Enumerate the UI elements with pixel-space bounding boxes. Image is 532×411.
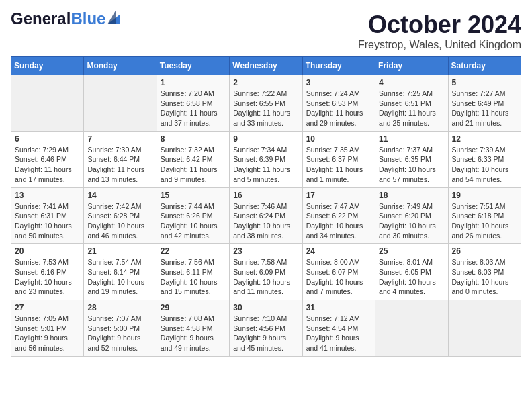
sunrise-text: Sunrise: 7:25 AM <box>379 89 444 99</box>
day-number: 17 <box>306 191 371 200</box>
day-info: Sunrise: 7:10 AMSunset: 4:56 PMDaylight:… <box>233 314 298 353</box>
day-info: Sunrise: 7:39 AMSunset: 6:33 PMDaylight:… <box>452 145 517 185</box>
day-of-week-thursday: Thursday <box>302 57 375 75</box>
day-info: Sunrise: 7:46 AMSunset: 6:24 PMDaylight:… <box>233 201 298 241</box>
day-info: Sunrise: 8:00 AMSunset: 6:07 PMDaylight:… <box>306 257 371 297</box>
calendar-cell: 14Sunrise: 7:42 AMSunset: 6:28 PMDayligh… <box>84 187 157 244</box>
calendar-cell: 29Sunrise: 7:08 AMSunset: 4:58 PMDayligh… <box>157 300 229 357</box>
sunrise-text: Sunrise: 7:20 AM <box>161 89 226 99</box>
day-info: Sunrise: 7:32 AMSunset: 6:42 PMDaylight:… <box>161 145 226 185</box>
daylight-text: Daylight: 10 hours and 34 minutes. <box>306 221 371 240</box>
calendar-cell: 10Sunrise: 7:35 AMSunset: 6:37 PMDayligh… <box>302 131 375 187</box>
daylight-text: Daylight: 9 hours and 41 minutes. <box>306 333 371 353</box>
day-number: 26 <box>452 246 517 256</box>
sunset-text: Sunset: 6:11 PM <box>161 267 226 277</box>
day-number: 27 <box>15 303 80 312</box>
day-info: Sunrise: 7:51 AMSunset: 6:18 PMDaylight:… <box>452 201 517 241</box>
daylight-text: Daylight: 11 hours and 25 minutes. <box>379 108 444 128</box>
sunrise-text: Sunrise: 7:49 AM <box>379 201 444 212</box>
day-of-week-wednesday: Wednesday <box>230 57 302 75</box>
day-info: Sunrise: 7:08 AMSunset: 4:58 PMDaylight:… <box>161 314 226 353</box>
calendar-cell: 7Sunrise: 7:30 AMSunset: 6:44 PMDaylight… <box>84 131 157 187</box>
sunrise-text: Sunrise: 8:00 AM <box>306 257 371 267</box>
daylight-text: Daylight: 11 hours and 21 minutes. <box>452 108 517 128</box>
day-number: 7 <box>87 134 152 144</box>
sunset-text: Sunset: 6:18 PM <box>452 211 517 221</box>
calendar-cell: 31Sunrise: 7:12 AMSunset: 4:54 PMDayligh… <box>302 300 375 357</box>
sunset-text: Sunset: 6:05 PM <box>379 267 444 277</box>
month-title: October 2024 <box>358 11 521 39</box>
daylight-text: Daylight: 9 hours and 45 minutes. <box>233 333 298 353</box>
sunrise-text: Sunrise: 7:51 AM <box>452 201 517 212</box>
day-number: 21 <box>87 246 152 256</box>
daylight-text: Daylight: 11 hours and 17 minutes. <box>15 165 80 184</box>
day-number: 29 <box>161 303 226 312</box>
calendar-cell: 9Sunrise: 7:34 AMSunset: 6:39 PMDaylight… <box>230 131 302 187</box>
daylight-text: Daylight: 10 hours and 23 minutes. <box>15 277 80 297</box>
day-number: 28 <box>87 303 152 312</box>
calendar-cell: 13Sunrise: 7:41 AMSunset: 6:31 PMDayligh… <box>11 187 84 244</box>
calendar-week-row: 27Sunrise: 7:05 AMSunset: 5:01 PMDayligh… <box>11 300 521 357</box>
daylight-text: Daylight: 10 hours and 15 minutes. <box>161 277 226 297</box>
day-number: 8 <box>161 134 226 144</box>
sunrise-text: Sunrise: 7:44 AM <box>161 201 226 212</box>
day-info: Sunrise: 7:58 AMSunset: 6:09 PMDaylight:… <box>233 257 298 297</box>
sunrise-text: Sunrise: 7:30 AM <box>87 145 152 155</box>
calendar-cell: 18Sunrise: 7:49 AMSunset: 6:20 PMDayligh… <box>375 187 448 244</box>
sunrise-text: Sunrise: 7:07 AM <box>87 314 152 324</box>
day-number: 18 <box>379 191 444 200</box>
sunrise-text: Sunrise: 7:41 AM <box>15 201 80 212</box>
calendar-cell: 24Sunrise: 8:00 AMSunset: 6:07 PMDayligh… <box>302 244 375 300</box>
calendar-cell <box>375 300 448 357</box>
day-info: Sunrise: 7:29 AMSunset: 6:46 PMDaylight:… <box>15 145 80 185</box>
day-info: Sunrise: 8:03 AMSunset: 6:03 PMDaylight:… <box>452 257 517 297</box>
svg-marker-1 <box>107 11 116 24</box>
day-number: 2 <box>233 78 298 87</box>
day-info: Sunrise: 7:12 AMSunset: 4:54 PMDaylight:… <box>306 314 371 353</box>
sunrise-text: Sunrise: 8:03 AM <box>452 257 517 267</box>
calendar-header-row: SundayMondayTuesdayWednesdayThursdayFrid… <box>11 57 521 75</box>
calendar-cell: 27Sunrise: 7:05 AMSunset: 5:01 PMDayligh… <box>11 300 84 357</box>
daylight-text: Daylight: 10 hours and 57 minutes. <box>379 165 444 184</box>
calendar-cell: 8Sunrise: 7:32 AMSunset: 6:42 PMDaylight… <box>157 131 229 187</box>
sunrise-text: Sunrise: 8:01 AM <box>379 257 444 267</box>
day-info: Sunrise: 7:27 AMSunset: 6:49 PMDaylight:… <box>452 89 517 128</box>
sunset-text: Sunset: 4:54 PM <box>306 324 371 334</box>
sunrise-text: Sunrise: 7:08 AM <box>161 314 226 324</box>
calendar-cell: 19Sunrise: 7:51 AMSunset: 6:18 PMDayligh… <box>448 187 521 244</box>
day-number: 13 <box>15 191 80 200</box>
sunset-text: Sunset: 6:20 PM <box>379 211 444 221</box>
calendar-cell <box>11 75 84 132</box>
calendar-week-row: 13Sunrise: 7:41 AMSunset: 6:31 PMDayligh… <box>11 187 521 244</box>
day-of-week-monday: Monday <box>84 57 157 75</box>
sunset-text: Sunset: 6:51 PM <box>379 99 444 109</box>
daylight-text: Daylight: 11 hours and 29 minutes. <box>306 108 371 128</box>
sunset-text: Sunset: 4:56 PM <box>233 324 298 334</box>
sunrise-text: Sunrise: 7:29 AM <box>15 145 80 155</box>
calendar-week-row: 1Sunrise: 7:20 AMSunset: 6:58 PMDaylight… <box>11 75 521 132</box>
sunset-text: Sunset: 6:39 PM <box>233 154 298 165</box>
sunrise-text: Sunrise: 7:27 AM <box>452 89 517 99</box>
calendar-cell: 2Sunrise: 7:22 AMSunset: 6:55 PMDaylight… <box>230 75 302 132</box>
sunset-text: Sunset: 6:37 PM <box>306 154 371 165</box>
sunset-text: Sunset: 5:01 PM <box>15 324 80 334</box>
day-info: Sunrise: 7:25 AMSunset: 6:51 PMDaylight:… <box>379 89 444 128</box>
day-info: Sunrise: 7:20 AMSunset: 6:58 PMDaylight:… <box>161 89 226 128</box>
daylight-text: Daylight: 10 hours and 54 minutes. <box>452 165 517 184</box>
sunrise-text: Sunrise: 7:56 AM <box>161 257 226 267</box>
calendar-cell: 30Sunrise: 7:10 AMSunset: 4:56 PMDayligh… <box>230 300 302 357</box>
sunrise-text: Sunrise: 7:46 AM <box>233 201 298 212</box>
day-number: 15 <box>161 191 226 200</box>
sunset-text: Sunset: 6:35 PM <box>379 154 444 165</box>
day-info: Sunrise: 7:05 AMSunset: 5:01 PMDaylight:… <box>15 314 80 353</box>
day-info: Sunrise: 7:53 AMSunset: 6:16 PMDaylight:… <box>15 257 80 297</box>
day-info: Sunrise: 7:41 AMSunset: 6:31 PMDaylight:… <box>15 201 80 241</box>
day-of-week-saturday: Saturday <box>448 57 521 75</box>
calendar-cell: 3Sunrise: 7:24 AMSunset: 6:53 PMDaylight… <box>302 75 375 132</box>
daylight-text: Daylight: 11 hours and 37 minutes. <box>161 108 226 128</box>
calendar-cell: 6Sunrise: 7:29 AMSunset: 6:46 PMDaylight… <box>11 131 84 187</box>
sunset-text: Sunset: 6:07 PM <box>306 267 371 277</box>
calendar-cell: 28Sunrise: 7:07 AMSunset: 5:00 PMDayligh… <box>84 300 157 357</box>
daylight-text: Daylight: 10 hours and 42 minutes. <box>161 221 226 240</box>
sunset-text: Sunset: 6:28 PM <box>87 211 152 221</box>
